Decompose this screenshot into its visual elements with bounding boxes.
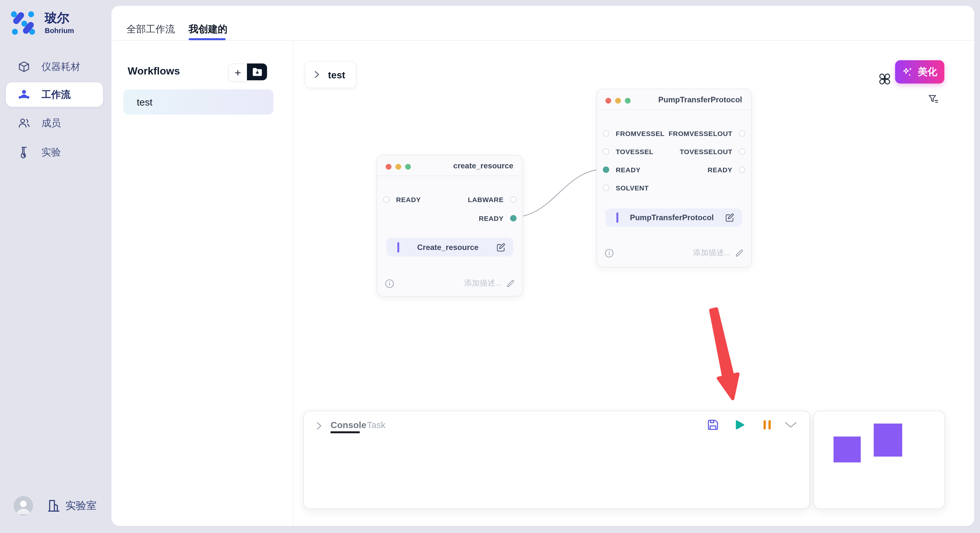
- app-root: 玻尔 Bohrium 仪器耗材 工作流: [0, 0, 980, 533]
- annotation-arrow-red: [0, 0, 980, 533]
